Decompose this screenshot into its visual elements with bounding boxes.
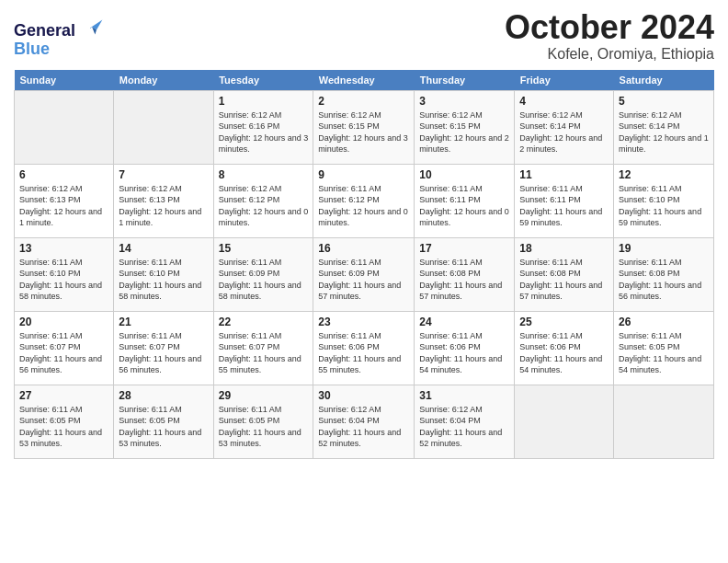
day-cell: 5Sunrise: 6:12 AM Sunset: 6:14 PM Daylig… — [614, 90, 714, 164]
day-info: Sunrise: 6:11 AM Sunset: 6:06 PM Dayligh… — [419, 330, 509, 376]
day-cell: 11Sunrise: 6:11 AM Sunset: 6:11 PM Dayli… — [515, 164, 614, 237]
day-cell: 1Sunrise: 6:12 AM Sunset: 6:16 PM Daylig… — [213, 90, 313, 164]
day-cell: 4Sunrise: 6:12 AM Sunset: 6:14 PM Daylig… — [515, 90, 614, 164]
title-block: October 2024 Kofele, Oromiya, Ethiopia — [505, 9, 714, 63]
day-info: Sunrise: 6:11 AM Sunset: 6:10 PM Dayligh… — [619, 183, 709, 229]
day-cell: 20Sunrise: 6:11 AM Sunset: 6:07 PM Dayli… — [15, 311, 114, 385]
day-number: 22 — [219, 316, 309, 328]
day-number: 10 — [419, 168, 509, 181]
page-container: General Blue October 2024 Kofele, Oromiy… — [0, 0, 728, 468]
day-cell — [114, 90, 213, 164]
day-number: 13 — [19, 242, 108, 255]
day-number: 30 — [318, 389, 409, 402]
day-number: 26 — [619, 316, 709, 328]
day-cell: 12Sunrise: 6:11 AM Sunset: 6:10 PM Dayli… — [614, 164, 714, 237]
day-info: Sunrise: 6:12 AM Sunset: 6:14 PM Dayligh… — [619, 109, 709, 155]
day-info: Sunrise: 6:11 AM Sunset: 6:09 PM Dayligh… — [318, 257, 409, 303]
day-number: 14 — [119, 242, 208, 255]
day-info: Sunrise: 6:11 AM Sunset: 6:11 PM Dayligh… — [519, 183, 609, 229]
day-info: Sunrise: 6:11 AM Sunset: 6:08 PM Dayligh… — [619, 257, 709, 303]
day-number: 7 — [119, 168, 208, 181]
day-number: 6 — [19, 168, 108, 181]
day-info: Sunrise: 6:11 AM Sunset: 6:05 PM Dayligh… — [119, 404, 208, 450]
day-info: Sunrise: 6:12 AM Sunset: 6:16 PM Dayligh… — [219, 109, 309, 155]
weekday-header-thursday: Thursday — [415, 70, 515, 91]
day-info: Sunrise: 6:11 AM Sunset: 6:09 PM Dayligh… — [219, 257, 309, 303]
weekday-header-sunday: Sunday — [15, 70, 114, 91]
day-cell — [15, 90, 114, 164]
day-number: 3 — [419, 95, 509, 108]
day-cell: 26Sunrise: 6:11 AM Sunset: 6:05 PM Dayli… — [614, 311, 714, 385]
day-cell — [614, 385, 714, 458]
day-info: Sunrise: 6:11 AM Sunset: 6:07 PM Dayligh… — [19, 330, 108, 376]
weekday-header-tuesday: Tuesday — [213, 70, 313, 91]
day-cell: 13Sunrise: 6:11 AM Sunset: 6:10 PM Dayli… — [15, 237, 114, 311]
week-row-3: 13Sunrise: 6:11 AM Sunset: 6:10 PM Dayli… — [15, 237, 714, 311]
day-cell — [515, 385, 614, 458]
weekday-header-friday: Friday — [515, 70, 614, 91]
day-info: Sunrise: 6:12 AM Sunset: 6:15 PM Dayligh… — [419, 109, 509, 155]
day-cell: 15Sunrise: 6:11 AM Sunset: 6:09 PM Dayli… — [213, 237, 313, 311]
day-number: 31 — [419, 389, 509, 402]
logo-bird-icon — [82, 14, 104, 36]
day-info: Sunrise: 6:11 AM Sunset: 6:05 PM Dayligh… — [19, 404, 108, 450]
day-info: Sunrise: 6:11 AM Sunset: 6:05 PM Dayligh… — [619, 330, 709, 376]
day-number: 24 — [419, 316, 509, 328]
month-title: October 2024 — [505, 9, 714, 46]
day-cell: 23Sunrise: 6:11 AM Sunset: 6:06 PM Dayli… — [313, 311, 415, 385]
day-cell: 2Sunrise: 6:12 AM Sunset: 6:15 PM Daylig… — [313, 90, 415, 164]
day-number: 4 — [519, 95, 609, 108]
day-info: Sunrise: 6:12 AM Sunset: 6:15 PM Dayligh… — [318, 109, 409, 155]
day-info: Sunrise: 6:11 AM Sunset: 6:06 PM Dayligh… — [318, 330, 409, 376]
day-cell: 27Sunrise: 6:11 AM Sunset: 6:05 PM Dayli… — [15, 385, 114, 458]
day-number: 16 — [318, 242, 409, 255]
week-row-4: 20Sunrise: 6:11 AM Sunset: 6:07 PM Dayli… — [15, 311, 714, 385]
day-info: Sunrise: 6:12 AM Sunset: 6:04 PM Dayligh… — [419, 404, 509, 450]
day-cell: 28Sunrise: 6:11 AM Sunset: 6:05 PM Dayli… — [114, 385, 213, 458]
weekday-header-wednesday: Wednesday — [313, 70, 415, 91]
svg-marker-0 — [89, 19, 102, 29]
day-info: Sunrise: 6:11 AM Sunset: 6:10 PM Dayligh… — [119, 257, 208, 303]
day-number: 8 — [219, 168, 309, 181]
day-info: Sunrise: 6:11 AM Sunset: 6:05 PM Dayligh… — [219, 404, 309, 450]
day-number: 28 — [119, 389, 208, 402]
day-cell: 22Sunrise: 6:11 AM Sunset: 6:07 PM Dayli… — [213, 311, 313, 385]
day-cell: 29Sunrise: 6:11 AM Sunset: 6:05 PM Dayli… — [213, 385, 313, 458]
day-cell: 6Sunrise: 6:12 AM Sunset: 6:13 PM Daylig… — [15, 164, 114, 237]
day-info: Sunrise: 6:11 AM Sunset: 6:06 PM Dayligh… — [519, 330, 609, 376]
day-cell: 21Sunrise: 6:11 AM Sunset: 6:07 PM Dayli… — [114, 311, 213, 385]
weekday-header-monday: Monday — [114, 70, 213, 91]
day-number: 5 — [619, 95, 709, 108]
day-info: Sunrise: 6:12 AM Sunset: 6:13 PM Dayligh… — [19, 183, 108, 229]
week-row-2: 6Sunrise: 6:12 AM Sunset: 6:13 PM Daylig… — [15, 164, 714, 237]
day-number: 25 — [519, 316, 609, 328]
day-info: Sunrise: 6:11 AM Sunset: 6:12 PM Dayligh… — [318, 183, 409, 229]
day-number: 11 — [519, 168, 609, 181]
day-number: 20 — [19, 316, 108, 328]
day-cell: 24Sunrise: 6:11 AM Sunset: 6:06 PM Dayli… — [415, 311, 515, 385]
day-cell: 19Sunrise: 6:11 AM Sunset: 6:08 PM Dayli… — [614, 237, 714, 311]
day-info: Sunrise: 6:11 AM Sunset: 6:10 PM Dayligh… — [19, 257, 108, 303]
day-number: 15 — [219, 242, 309, 255]
day-cell: 30Sunrise: 6:12 AM Sunset: 6:04 PM Dayli… — [313, 385, 415, 458]
week-row-1: 1Sunrise: 6:12 AM Sunset: 6:16 PM Daylig… — [15, 90, 714, 164]
day-number: 17 — [419, 242, 509, 255]
day-cell: 16Sunrise: 6:11 AM Sunset: 6:09 PM Dayli… — [313, 237, 415, 311]
logo-general: General — [14, 21, 75, 40]
day-cell: 25Sunrise: 6:11 AM Sunset: 6:06 PM Dayli… — [515, 311, 614, 385]
calendar-table: SundayMondayTuesdayWednesdayThursdayFrid… — [14, 70, 714, 459]
day-number: 29 — [219, 389, 309, 402]
logo: General Blue — [14, 14, 104, 59]
location: Kofele, Oromiya, Ethiopia — [505, 46, 714, 63]
day-number: 21 — [119, 316, 208, 328]
day-cell: 17Sunrise: 6:11 AM Sunset: 6:08 PM Dayli… — [415, 237, 515, 311]
week-row-5: 27Sunrise: 6:11 AM Sunset: 6:05 PM Dayli… — [15, 385, 714, 458]
day-number: 19 — [619, 242, 709, 255]
day-info: Sunrise: 6:11 AM Sunset: 6:07 PM Dayligh… — [219, 330, 309, 376]
day-number: 18 — [519, 242, 609, 255]
day-info: Sunrise: 6:11 AM Sunset: 6:07 PM Dayligh… — [119, 330, 208, 376]
day-cell: 3Sunrise: 6:12 AM Sunset: 6:15 PM Daylig… — [415, 90, 515, 164]
weekday-header-saturday: Saturday — [614, 70, 714, 91]
day-info: Sunrise: 6:12 AM Sunset: 6:14 PM Dayligh… — [519, 109, 609, 155]
day-info: Sunrise: 6:11 AM Sunset: 6:11 PM Dayligh… — [419, 183, 509, 229]
